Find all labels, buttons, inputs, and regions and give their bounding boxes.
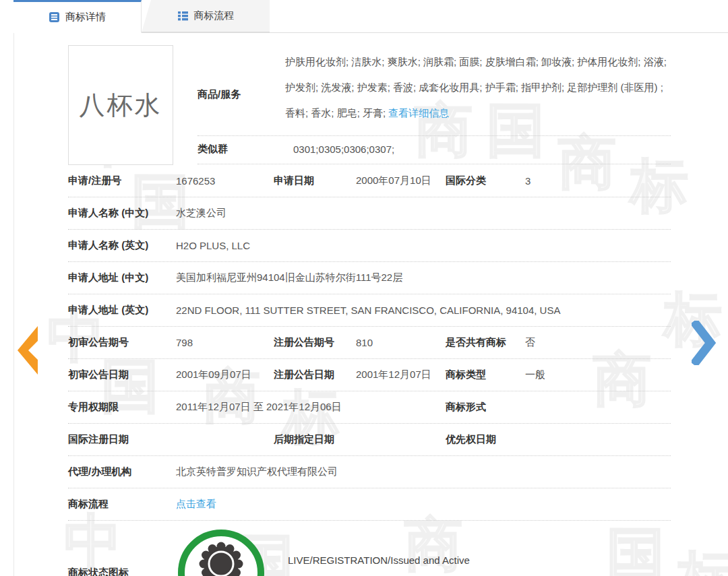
- field-label: 国际注册日期: [68, 433, 176, 446]
- top-section: 八杯水 商品/服务 护肤用化妆剂; 洁肤水; 爽肤水; 润肤霜; 面膜; 皮肤增…: [68, 45, 671, 165]
- field-label: 商标形式: [446, 401, 525, 414]
- trademark-image: 八杯水: [68, 45, 173, 165]
- goods-services-text: 护肤用化妆剂; 洁肤水; 爽肤水; 润肤霜; 面膜; 皮肤增白霜; 卸妆液; 护…: [285, 56, 667, 119]
- field-label: 是否共有商标: [446, 336, 525, 349]
- field-label: 申请日期: [274, 174, 356, 187]
- goods-services-row: 商品/服务 护肤用化妆剂; 洁肤水; 爽肤水; 润肤霜; 面膜; 皮肤增白霜; …: [198, 45, 671, 136]
- goods-table: 商品/服务 护肤用化妆剂; 洁肤水; 爽肤水; 润肤霜; 面膜; 皮肤增白霜; …: [198, 45, 671, 165]
- view-process-link[interactable]: 点击查看: [176, 498, 216, 509]
- field-label: 初审公告日期: [68, 369, 176, 381]
- field-label: 申请人名称 (中文): [68, 207, 176, 220]
- tab-trademark-detail[interactable]: 商标详情: [13, 0, 142, 33]
- field-label: 类似群: [198, 143, 285, 156]
- field-value: 3: [525, 175, 671, 187]
- content-panel: 商标详情 商标流程 八杯水: [13, 0, 728, 576]
- field-label: 商标流程: [68, 498, 176, 511]
- field-label: 申请/注册号: [68, 174, 176, 187]
- table-row: 初审公告日期 2001年09月07日 注册公告日期 2001年12月07日 商标…: [68, 359, 671, 391]
- field-value: 美国加利福尼亚州94104旧金山苏特尔街111号22层: [176, 271, 671, 284]
- table-row: 申请人地址 (中文) 美国加利福尼亚州94104旧金山苏特尔街111号22层: [68, 262, 671, 294]
- registered-status-badge-icon: [176, 527, 266, 576]
- field-label: 商品/服务: [198, 49, 285, 126]
- list-icon: [177, 10, 189, 22]
- tab-bar: 商标详情 商标流程: [13, 0, 728, 33]
- tab-label: 商标流程: [194, 9, 235, 22]
- table-row: 初审公告期号 798 注册公告期号 810 是否共有商标 否: [68, 327, 671, 359]
- table-row: 代理/办理机构 北京英特普罗知识产权代理有限公司: [68, 456, 671, 488]
- trademark-image-text: 八杯水: [80, 88, 162, 123]
- field-value: 北京英特普罗知识产权代理有限公司: [176, 466, 671, 478]
- field-value: 2001年12月07日: [356, 369, 446, 381]
- table-row: 国际注册日期 后期指定日期 优先权日期: [68, 424, 671, 456]
- field-value: 2000年07月10日: [356, 174, 446, 187]
- field-label: 初审公告期号: [68, 336, 176, 349]
- trademark-detail-page: 中国商国商标中国商标商标中国商国标 商标详情: [0, 0, 728, 576]
- table-row: 申请人地址 (英文) 22ND FLOOR, 111 SUTTER STREET…: [68, 294, 671, 327]
- field-value: 798: [176, 337, 274, 348]
- similar-group-row: 类似群 0301;0305;0306;0307;: [198, 136, 671, 164]
- goods-services-value: 护肤用化妆剂; 洁肤水; 爽肤水; 润肤霜; 面膜; 皮肤增白霜; 卸妆液; 护…: [285, 49, 671, 126]
- next-arrow-button[interactable]: [692, 321, 716, 367]
- field-label: 后期指定日期: [274, 433, 356, 446]
- field-label: 申请人地址 (英文): [68, 304, 176, 317]
- similar-group-value: 0301;0305;0306;0307;: [285, 143, 394, 155]
- field-label: 国际分类: [446, 174, 525, 187]
- field-label: 申请人地址 (中文): [68, 271, 176, 284]
- tab-trademark-process[interactable]: 商标流程: [142, 0, 270, 32]
- field-value: 点击查看: [176, 498, 671, 511]
- field-label: 注册公告日期: [274, 369, 356, 381]
- table-row: 申请/注册号 1676253 申请日期 2000年07月10日 国际分类 3: [68, 165, 671, 197]
- trademark-detail-content: 八杯水 商品/服务 护肤用化妆剂; 洁肤水; 爽肤水; 润肤霜; 面膜; 皮肤增…: [14, 33, 728, 576]
- table-row: 申请人名称 (中文) 水芝澳公司: [68, 197, 671, 230]
- field-value: H2O PLUS, LLC: [176, 240, 671, 251]
- view-details-link[interactable]: 查看详细信息: [388, 107, 449, 119]
- prev-arrow-button[interactable]: [16, 322, 39, 381]
- field-value: 2001年09月07日: [176, 369, 274, 381]
- field-label: 注册公告期号: [274, 336, 356, 349]
- field-value: 22ND FLOOR, 111 SUTTER STREET, SAN FRANC…: [176, 305, 671, 316]
- document-icon: [49, 11, 60, 23]
- field-label: 优先权日期: [446, 433, 525, 446]
- field-value: 水芝澳公司: [176, 207, 671, 220]
- field-value: 1676253: [176, 175, 274, 187]
- table-row: 专用权期限 2011年12月07日 至 2021年12月06日 商标形式: [68, 391, 671, 424]
- field-value: 2011年12月07日 至 2021年12月06日: [176, 401, 446, 414]
- status-row: 商标状态图标: [68, 521, 671, 576]
- field-label: 商标状态图标: [68, 567, 176, 576]
- field-value: 否: [525, 336, 671, 349]
- table-row: 商标流程 点击查看: [68, 488, 671, 521]
- field-label: 代理/办理机构: [68, 466, 176, 478]
- field-value: 810: [356, 337, 446, 348]
- field-label: 申请人名称 (英文): [68, 239, 176, 252]
- field-label: 商标类型: [446, 369, 525, 381]
- table-row: 申请人名称 (英文) H2O PLUS, LLC: [68, 230, 671, 262]
- status-texts: LIVE/REGISTRATION/Issued and Active 注册: [288, 554, 470, 576]
- field-value: 一般: [525, 369, 671, 381]
- status-line-english: LIVE/REGISTRATION/Issued and Active: [288, 554, 470, 566]
- field-label: 专用权期限: [68, 401, 176, 414]
- tab-label: 商标详情: [65, 11, 106, 24]
